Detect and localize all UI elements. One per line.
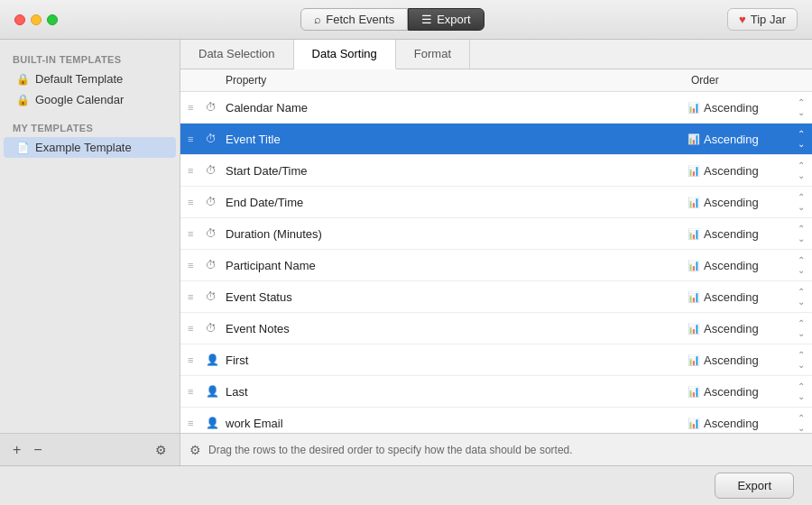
row-order-cell: 📊 Ascending ⌃⌄ <box>687 318 805 338</box>
table-row[interactable]: ≡ ⏱ Duration (Minutes) 📊 Ascending ⌃⌄ <box>180 218 812 250</box>
drag-handle[interactable]: ≡ <box>188 386 206 397</box>
table-row[interactable]: ≡ 👤 work Email 📊 Ascending ⌃⌄ <box>180 408 812 433</box>
drag-handle[interactable]: ≡ <box>188 418 206 428</box>
default-template-label: Default Template <box>35 72 123 86</box>
export-top-button[interactable]: ☰ Export <box>408 8 484 31</box>
footer-hint: Drag the rows to the desired order to sp… <box>208 444 573 456</box>
tip-jar-button[interactable]: ♥ Tip Jar <box>727 8 798 31</box>
lock-icon-2: 🔒 <box>16 94 30 106</box>
search-icon: ⌕ <box>314 13 321 26</box>
table-row[interactable]: ≡ 👤 Last 📊 Ascending ⌃⌄ <box>180 376 812 408</box>
tab-data-selection[interactable]: Data Selection <box>180 40 294 69</box>
document-icon: 📄 <box>16 142 30 154</box>
row-property-name: Event Notes <box>226 322 687 335</box>
table-row[interactable]: ≡ ⏱ Calendar Name 📊 Ascending ⌃⌄ <box>180 92 812 124</box>
export-bottom-button[interactable]: Export <box>715 473 794 499</box>
bar-chart-icon: 📊 <box>687 386 700 398</box>
row-order-cell: 📊 Ascending ⌃⌄ <box>687 350 805 370</box>
table-row[interactable]: ≡ ⏱ Event Title 📊 Ascending ⌃⌄ <box>180 124 812 155</box>
sidebar-item-google-calendar[interactable]: 🔒 Google Calendar <box>4 89 176 110</box>
row-order-cell: 📊 Ascending ⌃⌄ <box>687 224 805 243</box>
drag-handle[interactable]: ≡ <box>188 354 206 365</box>
row-type-icon: 👤 <box>206 417 226 429</box>
remove-template-button[interactable]: − <box>30 441 45 459</box>
drag-handle[interactable]: ≡ <box>188 197 206 207</box>
row-order-text: Ascending <box>704 322 794 335</box>
row-order-text: Ascending <box>704 385 794 399</box>
sidebar: BUILT-IN TEMPLATES 🔒 Default Template 🔒 … <box>0 40 180 465</box>
bar-chart-icon: 📊 <box>687 102 700 114</box>
titlebar-center: ⌕ Fetch Events ☰ Export <box>300 8 484 31</box>
table-row[interactable]: ≡ ⏱ Event Status 📊 Ascending ⌃⌄ <box>180 281 812 313</box>
order-stepper[interactable]: ⌃⌄ <box>798 97 805 117</box>
export-bottom-label: Export <box>737 479 771 492</box>
footer-gear-icon[interactable]: ⚙ <box>189 443 201 457</box>
bottom-bar: Export <box>0 465 812 505</box>
export-top-label: Export <box>437 13 471 26</box>
drag-handle[interactable]: ≡ <box>188 165 206 176</box>
row-order-cell: 📊 Ascending ⌃⌄ <box>687 161 805 180</box>
row-order-text: Ascending <box>704 417 794 430</box>
drag-handle[interactable]: ≡ <box>188 323 206 334</box>
order-stepper[interactable]: ⌃⌄ <box>798 287 805 307</box>
order-stepper[interactable]: ⌃⌄ <box>798 255 805 275</box>
order-stepper[interactable]: ⌃⌄ <box>798 381 805 401</box>
right-panel: Data Selection Data Sorting Format Prope… <box>180 40 812 465</box>
bar-chart-icon: 📊 <box>687 418 700 429</box>
order-stepper[interactable]: ⌃⌄ <box>798 192 805 212</box>
bar-chart-icon: 📊 <box>687 228 700 240</box>
tab-data-sorting[interactable]: Data Sorting <box>294 40 396 69</box>
tabs: Data Selection Data Sorting Format <box>180 40 812 69</box>
row-order-text: Ascending <box>704 101 794 115</box>
table-row[interactable]: ≡ 👤 First 📊 Ascending ⌃⌄ <box>180 344 812 376</box>
drag-handle[interactable]: ≡ <box>188 133 206 144</box>
table-row[interactable]: ≡ ⏱ Participant Name 📊 Ascending ⌃⌄ <box>180 250 812 281</box>
row-order-text: Ascending <box>704 164 794 178</box>
table-rows-container: ≡ ⏱ Calendar Name 📊 Ascending ⌃⌄ ≡ ⏱ Eve… <box>180 92 812 433</box>
drag-handle[interactable]: ≡ <box>188 291 206 302</box>
sidebar-footer: + − ⚙ <box>0 433 180 465</box>
row-type-icon: ⏱ <box>206 290 226 303</box>
add-template-button[interactable]: + <box>9 441 24 459</box>
order-stepper[interactable]: ⌃⌄ <box>798 350 805 370</box>
fetch-events-button[interactable]: ⌕ Fetch Events <box>300 8 408 31</box>
minimize-button[interactable] <box>31 14 42 25</box>
example-template-label: Example Template <box>35 141 132 154</box>
row-property-name: Start Date/Time <box>226 164 687 178</box>
row-property-name: First <box>226 354 687 367</box>
row-property-name: Event Status <box>226 290 687 304</box>
table-row[interactable]: ≡ ⏱ End Date/Time 📊 Ascending ⌃⌄ <box>180 187 812 218</box>
lock-icon: 🔒 <box>16 73 30 86</box>
row-property-name: Calendar Name <box>226 101 687 115</box>
my-section-title: MY TEMPLATES <box>0 117 180 137</box>
order-stepper[interactable]: ⌃⌄ <box>798 161 805 180</box>
order-stepper[interactable]: ⌃⌄ <box>798 413 805 433</box>
maximize-button[interactable] <box>47 14 58 25</box>
menu-icon: ☰ <box>421 13 432 26</box>
order-stepper[interactable]: ⌃⌄ <box>798 129 805 149</box>
sidebar-content: BUILT-IN TEMPLATES 🔒 Default Template 🔒 … <box>0 40 180 433</box>
property-col-header: Property <box>226 74 687 87</box>
drag-handle[interactable]: ≡ <box>188 228 206 239</box>
table-row[interactable]: ≡ ⏱ Start Date/Time 📊 Ascending ⌃⌄ <box>180 155 812 187</box>
row-order-cell: 📊 Ascending ⌃⌄ <box>687 129 805 149</box>
row-order-text: Ascending <box>704 290 794 304</box>
google-calendar-label: Google Calendar <box>35 93 124 106</box>
order-stepper[interactable]: ⌃⌄ <box>798 224 805 243</box>
sidebar-item-default-template[interactable]: 🔒 Default Template <box>4 69 176 89</box>
drag-handle[interactable]: ≡ <box>188 260 206 271</box>
drag-handle[interactable]: ≡ <box>188 102 206 113</box>
sidebar-item-example-template[interactable]: 📄 Example Template <box>4 137 176 158</box>
row-property-name: Last <box>226 385 687 399</box>
row-property-name: Event Title <box>226 133 687 146</box>
table-row[interactable]: ≡ ⏱ Event Notes 📊 Ascending ⌃⌄ <box>180 313 812 344</box>
order-stepper[interactable]: ⌃⌄ <box>798 318 805 338</box>
main-content: BUILT-IN TEMPLATES 🔒 Default Template 🔒 … <box>0 40 812 465</box>
bar-chart-icon: 📊 <box>687 260 700 271</box>
sidebar-gear-button[interactable]: ⚙ <box>152 441 171 459</box>
tab-format[interactable]: Format <box>396 40 470 69</box>
row-order-text: Ascending <box>704 227 794 241</box>
heart-icon: ♥ <box>739 13 746 26</box>
bar-chart-icon: 📊 <box>687 165 700 177</box>
close-button[interactable] <box>14 14 25 25</box>
